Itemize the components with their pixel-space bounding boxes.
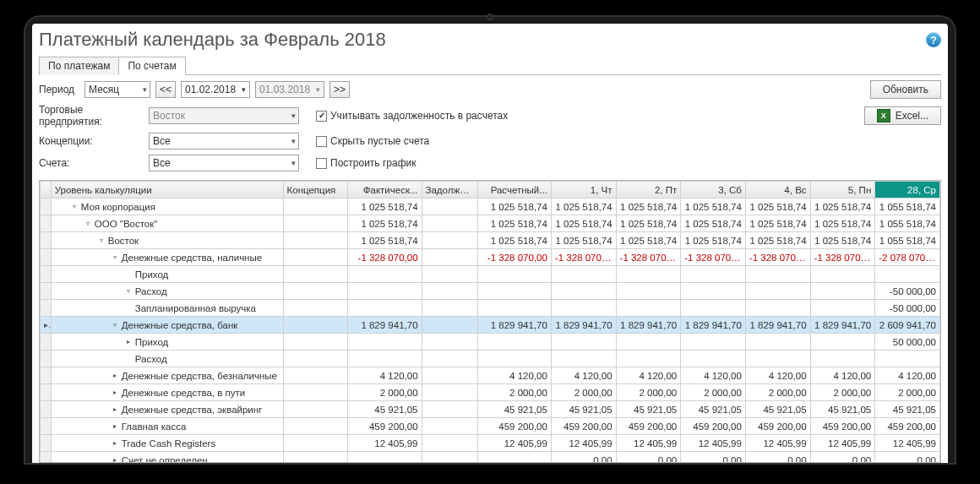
table-row[interactable]: Расход xyxy=(41,351,940,367)
table-row[interactable]: Запланированная выручка-50 000,00 xyxy=(41,300,940,317)
page-title: Платежный календарь за Февраль 2018 xyxy=(39,29,386,51)
period-select[interactable]: Месяц xyxy=(84,81,150,98)
col-debt[interactable]: Задолжен... xyxy=(422,182,477,198)
checkbox-debt[interactable]: Учитывать задолженность в расчетах xyxy=(316,110,508,122)
col-calc[interactable]: Расчетный... xyxy=(477,182,551,198)
row-label: Денежные средства, в пути xyxy=(122,388,245,398)
data-grid[interactable]: Уровень калькуляции Концепция Фактическ.… xyxy=(39,180,941,463)
refresh-button[interactable]: Обновить xyxy=(870,80,941,99)
accounts-select[interactable]: Все xyxy=(149,155,299,171)
col-day-5[interactable]: 5, Пн xyxy=(810,182,875,198)
company-label: Торговые предприятия: xyxy=(39,104,144,128)
table-row[interactable]: ▸Денежные средства, в пути2 000,002 000,… xyxy=(41,384,940,401)
row-label: Счет не определен xyxy=(122,455,208,464)
table-row[interactable]: ▿Денежные средства, наличные-1 328 070,0… xyxy=(41,249,940,266)
table-row[interactable]: Приход xyxy=(41,266,940,283)
concept-select[interactable]: Все xyxy=(149,133,299,150)
expander-icon[interactable]: ▿ xyxy=(124,287,133,296)
expander-icon[interactable]: ▿ xyxy=(111,321,119,329)
col-tree[interactable]: Уровень калькуляции xyxy=(51,182,283,198)
excel-icon: X xyxy=(877,109,890,122)
row-label: Восток xyxy=(108,236,139,246)
col-day-2[interactable]: 2, Пт xyxy=(616,182,681,198)
row-label: Главная касса xyxy=(122,421,187,432)
expander-icon[interactable]: ▸ xyxy=(124,338,133,346)
row-label: Денежные средства, наличные xyxy=(122,253,262,263)
tab-payments[interactable]: По платежам xyxy=(39,57,119,75)
row-label: ООО "Восток" xyxy=(95,219,158,229)
row-label: Расход xyxy=(135,286,167,296)
table-row[interactable]: ▿Моя корпорация1 025 518,741 025 518,741… xyxy=(41,198,940,215)
table-row[interactable]: ▸Приход50 000,00 xyxy=(41,334,940,351)
row-label: Trade Cash Registers xyxy=(122,438,215,449)
company-select[interactable]: Восток xyxy=(149,107,299,124)
header-row: Уровень калькуляции Концепция Фактическ.… xyxy=(41,182,940,198)
expander-icon[interactable]: ▸ xyxy=(111,372,119,380)
col-fact[interactable]: Фактическ... xyxy=(348,182,422,198)
expander-icon[interactable]: ▿ xyxy=(97,237,106,245)
row-label: Денежные средства, эквайринг xyxy=(122,405,263,415)
expander-icon xyxy=(124,355,133,363)
accounts-label: Счета: xyxy=(39,157,144,169)
col-concept[interactable]: Концепция xyxy=(283,182,348,198)
row-label: Расход xyxy=(135,354,167,364)
row-label: Приход xyxy=(135,269,169,280)
checkbox-icon xyxy=(316,158,327,169)
expander-icon[interactable]: ▸ xyxy=(111,422,119,431)
camera-icon xyxy=(487,14,493,20)
prev-period-button[interactable]: << xyxy=(155,81,176,98)
expander-icon[interactable]: ▸ xyxy=(111,439,119,448)
checkbox-hide-empty[interactable]: Скрыть пустые счета xyxy=(316,135,429,147)
table-row[interactable]: ▸Денежные средства, безналичные4 120,004… xyxy=(41,367,940,384)
table-row[interactable]: ▸Главная касса459 200,00459 200,00459 20… xyxy=(41,418,940,435)
date-from-input[interactable]: 01.02.2018▾ xyxy=(181,81,250,98)
expander-icon[interactable]: ▸ xyxy=(111,456,119,464)
excel-button[interactable]: X Excel... xyxy=(864,106,941,125)
concept-label: Концепции: xyxy=(39,135,144,147)
row-label: Запланированная выручка xyxy=(135,303,256,313)
row-label: Денежные средства, банк xyxy=(122,320,238,330)
table-row[interactable]: ▸▿Денежные средства, банк1 829 941,701 8… xyxy=(41,317,940,334)
expander-icon xyxy=(124,270,133,279)
row-label: Денежные средства, безналичные xyxy=(122,371,277,381)
expander-icon[interactable]: ▿ xyxy=(70,203,79,211)
row-label: Приход xyxy=(135,337,169,347)
table-row[interactable]: ▿Расход-50 000,00 xyxy=(41,283,940,300)
tab-accounts[interactable]: По счетам xyxy=(118,57,185,75)
col-day-28[interactable]: 28, Ср xyxy=(875,182,940,198)
period-label: Период xyxy=(39,84,79,95)
help-icon[interactable]: ? xyxy=(926,32,941,47)
expander-icon xyxy=(124,304,133,313)
checkbox-icon xyxy=(316,111,327,122)
table-row[interactable]: ▸Денежные средства, эквайринг45 921,0545… xyxy=(41,401,940,418)
checkbox-chart[interactable]: Построить график xyxy=(316,157,416,169)
col-day-3[interactable]: 3, Сб xyxy=(681,182,746,198)
next-period-button[interactable]: >> xyxy=(329,81,350,98)
col-day-1[interactable]: 1, Чт xyxy=(551,182,616,198)
row-label: Моя корпорация xyxy=(81,202,155,212)
checkbox-icon xyxy=(316,136,327,147)
expander-icon[interactable]: ▿ xyxy=(84,220,92,228)
col-day-4[interactable]: 4, Вс xyxy=(745,182,810,198)
date-to-input[interactable]: 01.03.2018▾ xyxy=(255,81,324,98)
table-row[interactable]: ▸Счет не определен0,000,000,000,000,000,… xyxy=(41,452,940,464)
table-row[interactable]: ▸Trade Cash Registers12 405,9912 405,991… xyxy=(41,435,940,452)
view-tabs: По платежам По счетам xyxy=(39,56,941,75)
expander-icon[interactable]: ▿ xyxy=(111,253,119,262)
table-row[interactable]: ▿Восток1 025 518,741 025 518,741 025 518… xyxy=(41,232,940,249)
table-row[interactable]: ▿ООО "Восток"1 025 518,741 025 518,741 0… xyxy=(41,215,940,232)
expander-icon[interactable]: ▸ xyxy=(111,389,119,397)
expander-icon[interactable]: ▸ xyxy=(111,405,119,414)
